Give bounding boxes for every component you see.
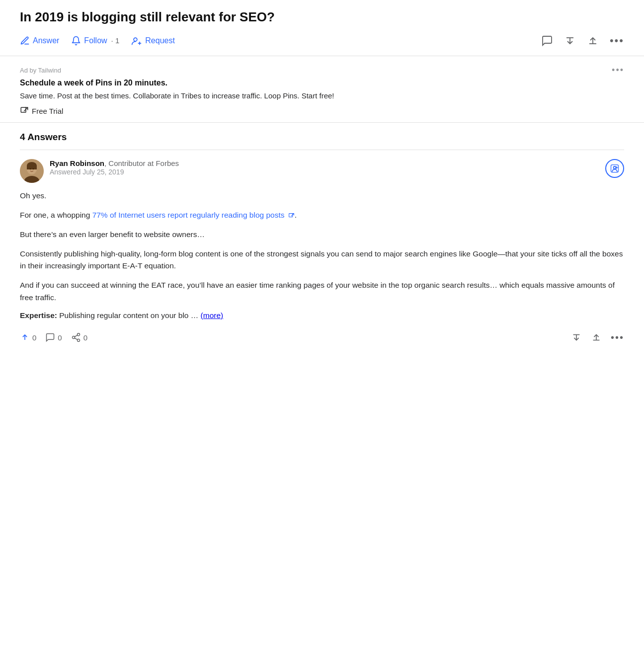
answer-p1: Oh yes.	[20, 190, 624, 202]
share-vote-button[interactable]: 0	[71, 332, 87, 342]
request-icon	[131, 36, 142, 46]
answer-button[interactable]: Answer	[20, 33, 66, 49]
request-button[interactable]: Request	[131, 33, 182, 49]
author-name-title: Ryan Robinson, Contributor at Forbes	[50, 159, 179, 168]
answers-section: 4 Answers Ryan Robinson, Contribu	[0, 123, 644, 348]
more-icon-button[interactable]: •••	[610, 34, 624, 47]
comment-vote-icon	[45, 332, 55, 342]
more-link[interactable]: (more)	[201, 311, 224, 320]
blog-posts-link[interactable]: 77% of Internet users report regularly r…	[92, 211, 295, 219]
follow-button[interactable]: Follow · 1	[71, 33, 126, 49]
upvote-count: 0	[32, 333, 36, 342]
external-link-icon	[288, 213, 295, 219]
svg-point-11	[33, 168, 34, 169]
answers-divider	[20, 150, 624, 150]
ad-label: Ad by Tailwind •••	[20, 65, 624, 76]
svg-point-19	[77, 333, 80, 336]
avatar	[20, 159, 44, 183]
expertise-text: Publishing regular content on your blo …	[57, 311, 198, 320]
expertise-line: Expertise: Publishing regular content on…	[20, 311, 624, 320]
svg-line-23	[75, 335, 78, 337]
answer-body: Oh yes. For one, a whopping 77% of Inter…	[20, 190, 624, 304]
svg-point-10	[30, 168, 31, 169]
answer-label: Answer	[33, 36, 59, 45]
upvote-button[interactable]: 0	[20, 332, 36, 342]
question-title: In 2019 is blogging still relevant for S…	[0, 0, 644, 33]
svg-rect-8	[27, 165, 37, 169]
share-count: 0	[83, 333, 87, 342]
answer-share-button[interactable]	[591, 332, 602, 343]
author-title: , Contributor at Forbes	[104, 159, 179, 167]
follow-icon	[71, 36, 81, 46]
external-icon	[20, 106, 29, 115]
share-icon-button[interactable]	[587, 35, 599, 47]
request-label: Request	[145, 36, 175, 45]
answer-p4: Consistently publishing high-quality, lo…	[20, 248, 624, 273]
answer-p5: And if you can succeed at winning the EA…	[20, 279, 624, 304]
share-vote-icon	[71, 332, 81, 342]
vote-bar: 0 0 0	[20, 327, 624, 348]
answer-date: Answered July 25, 2019	[50, 168, 179, 176]
vote-icons-right: •••	[571, 332, 624, 343]
ad-section: Ad by Tailwind ••• Schedule a week of Pi…	[0, 56, 644, 123]
svg-point-21	[77, 339, 80, 342]
answer-p2: For one, a whopping 77% of Internet user…	[20, 209, 624, 222]
answer-p3: But there’s an even larger benefit to we…	[20, 229, 624, 241]
pencil-icon	[20, 36, 30, 46]
svg-point-0	[134, 38, 137, 41]
expertise-bold: Expertise:	[20, 311, 57, 320]
svg-line-22	[75, 338, 78, 340]
downvote-icon-button[interactable]	[564, 35, 576, 47]
answer-author-row: Ryan Robinson, Contributor at Forbes Ans…	[20, 159, 624, 183]
ad-title: Schedule a week of Pins in 20 minutes.	[20, 79, 624, 87]
author-info: Ryan Robinson, Contributor at Forbes Ans…	[50, 159, 179, 176]
action-icons-right: •••	[541, 34, 624, 47]
answers-count: 4 Answers	[20, 132, 624, 143]
follow-label: Follow	[84, 36, 107, 45]
answer-more-button[interactable]: •••	[611, 332, 624, 343]
ad-body: Save time. Post at the best times. Colla…	[20, 90, 624, 102]
author-name: Ryan Robinson	[50, 159, 104, 167]
ad-more-button[interactable]: •••	[612, 65, 624, 76]
ad-cta-link[interactable]: Free Trial	[20, 106, 624, 115]
comment-icon-button[interactable]	[541, 35, 553, 47]
comment-count: 0	[58, 333, 62, 342]
svg-point-20	[72, 336, 75, 339]
upvote-icon	[20, 332, 30, 342]
action-bar: Answer Follow · 1 Request	[0, 33, 644, 56]
follow-author-button[interactable]	[605, 159, 624, 178]
follow-count: · 1	[111, 36, 120, 45]
answer-downvote-button[interactable]	[571, 332, 582, 343]
comment-vote-button[interactable]: 0	[45, 332, 62, 342]
